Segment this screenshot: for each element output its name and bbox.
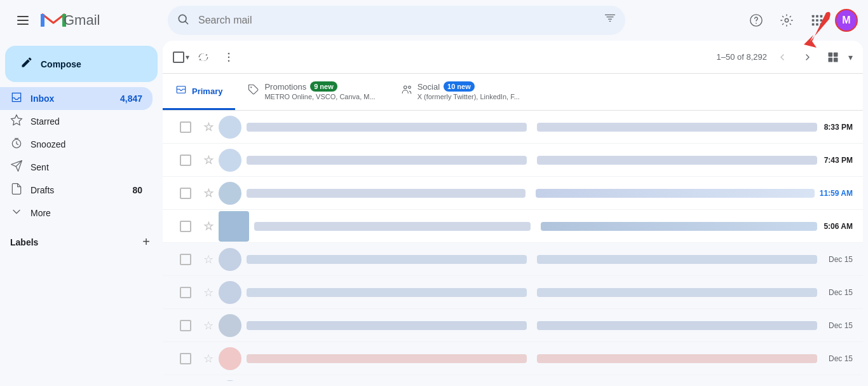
labels-title: Labels: [10, 237, 38, 247]
table-row[interactable]: ☆ 7:43 PM: [163, 144, 863, 177]
row-checkbox-7[interactable]: [173, 320, 198, 331]
help-button[interactable]: [743, 8, 769, 33]
row-checkbox-1[interactable]: [173, 121, 198, 133]
sidebar: Compose Inbox 4,847 Starred: [0, 41, 163, 386]
svg-point-26: [251, 86, 252, 88]
svg-rect-10: [812, 19, 815, 22]
header-left: Gmail: [10, 8, 163, 33]
more-label: More: [31, 208, 142, 218]
chevron-view-icon[interactable]: ▾: [848, 52, 853, 62]
row-content-5: [247, 255, 817, 264]
row-time-2: 7:43 PM: [817, 156, 853, 165]
tab-social-inner: Social 10 new X (formerly Twitter), Link…: [417, 81, 520, 100]
row-checkbox-2[interactable]: [173, 155, 198, 166]
inbox-icon: [10, 91, 23, 107]
nav-item-snoozed[interactable]: Snoozed: [0, 133, 153, 156]
row-checkbox-6[interactable]: [173, 287, 198, 298]
tab-promotions-label: Promotions: [264, 82, 306, 92]
prev-page-button[interactable]: [772, 47, 792, 67]
people-tab-icon: [401, 84, 412, 99]
row-time-3: 11:59 AM: [815, 189, 853, 198]
svg-line-3: [186, 22, 188, 24]
svg-marker-16: [11, 114, 22, 125]
row-checkbox-5[interactable]: [173, 254, 198, 265]
row-star-6[interactable]: ☆: [198, 286, 219, 300]
nav-item-starred[interactable]: Starred: [0, 110, 153, 133]
svg-point-6: [785, 18, 789, 22]
table-row[interactable]: ☆ Dec 15: [163, 375, 863, 381]
snoozed-label: Snoozed: [31, 139, 142, 149]
row-checkbox-3[interactable]: [173, 188, 198, 199]
tab-primary[interactable]: Primary: [163, 74, 235, 110]
apps-button[interactable]: [804, 8, 830, 33]
row-content-2: [247, 156, 817, 165]
chevron-down-icon: ▾: [186, 53, 189, 62]
row-star-3[interactable]: ☆: [198, 186, 219, 200]
svg-rect-22: [834, 52, 838, 57]
svg-rect-8: [816, 15, 818, 18]
row-time-5: Dec 15: [817, 255, 853, 264]
table-row[interactable]: ☆ Dec 15: [163, 276, 863, 309]
row-time-7: Dec 15: [817, 321, 853, 330]
select-checkbox[interactable]: ▾: [173, 52, 189, 63]
draft-icon: [10, 183, 23, 198]
svg-rect-7: [812, 15, 815, 18]
row-checkbox-8[interactable]: [173, 353, 198, 364]
settings-button[interactable]: [774, 8, 799, 33]
promotions-sub: METRO Online, VSCO, Canva, M...: [264, 93, 375, 100]
row-star-8[interactable]: ☆: [198, 352, 219, 366]
email-tabs: Primary Promotions 9 new METRO Online, V…: [163, 74, 863, 111]
row-star-2[interactable]: ☆: [198, 153, 219, 167]
inbox-badge: 4,847: [120, 93, 142, 104]
row-star-4[interactable]: ☆: [198, 219, 219, 233]
table-row[interactable]: ☆ 8:33 PM: [163, 111, 863, 144]
table-row[interactable]: ☆ Dec 15: [163, 243, 863, 276]
table-row[interactable]: ☆ 11:59 AM: [163, 177, 863, 210]
row-checkbox-4[interactable]: [173, 221, 198, 232]
row-content-3: [247, 189, 815, 198]
email-area: ▾ 1–50 of 8,292: [163, 41, 863, 381]
compose-icon: [20, 56, 33, 72]
svg-rect-21: [829, 52, 833, 57]
snooze-icon: [10, 137, 23, 153]
svg-rect-15: [820, 24, 823, 26]
view-switch[interactable]: [823, 47, 843, 67]
svg-rect-24: [834, 57, 838, 62]
compose-button[interactable]: Compose: [5, 46, 158, 82]
toolbar-more-button[interactable]: [217, 46, 240, 69]
refresh-button[interactable]: [192, 46, 215, 69]
starred-label: Starred: [31, 116, 142, 127]
nav-item-inbox[interactable]: Inbox 4,847: [0, 87, 153, 110]
checkbox-icon: [173, 52, 184, 63]
svg-rect-12: [820, 19, 823, 22]
compose-label: Compose: [41, 59, 81, 69]
row-star-1[interactable]: ☆: [198, 120, 219, 134]
table-row[interactable]: ☆ Dec 15: [163, 342, 863, 375]
row-star-7[interactable]: ☆: [198, 319, 219, 333]
tab-primary-label: Primary: [192, 86, 222, 96]
tab-promotions[interactable]: Promotions 9 new METRO Online, VSCO, Can…: [235, 74, 388, 110]
nav-item-sent[interactable]: Sent: [0, 156, 153, 179]
nav-item-drafts[interactable]: Drafts 80: [0, 179, 153, 202]
promotions-badge: 9 new: [310, 81, 337, 92]
add-label-button[interactable]: +: [140, 232, 153, 252]
row-star-5[interactable]: ☆: [198, 252, 219, 266]
svg-rect-25: [177, 86, 186, 93]
row-time-1: 8:33 PM: [817, 123, 853, 132]
page-info: 1–50 of 8,292: [716, 52, 767, 62]
next-page-button[interactable]: [797, 47, 818, 67]
avatar[interactable]: M: [835, 9, 858, 32]
search-icon: [177, 13, 189, 28]
table-row[interactable]: ☆ 5:06 AM: [163, 210, 863, 243]
tab-social-label: Social: [417, 82, 440, 92]
gmail-logo-icon: [41, 11, 66, 29]
nav-item-more[interactable]: More: [0, 202, 153, 224]
svg-point-20: [228, 60, 230, 62]
svg-point-27: [403, 86, 407, 89]
row-content-7: [247, 321, 817, 330]
tab-social[interactable]: Social 10 new X (formerly Twitter), Link…: [388, 74, 532, 110]
search-input[interactable]: [168, 6, 625, 35]
menu-button[interactable]: [10, 8, 36, 33]
search-filter-icon[interactable]: [604, 13, 616, 28]
table-row[interactable]: ☆ Dec 15: [163, 309, 863, 342]
